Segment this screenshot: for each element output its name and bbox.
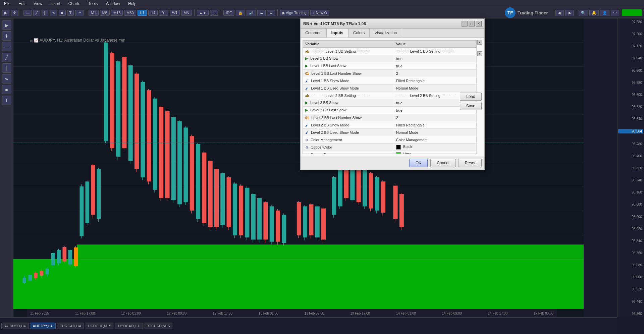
modal-minimize-btn[interactable]: − bbox=[462, 21, 468, 27]
table-row[interactable]: 🖌 Level 2 BB Used Show Mode Normal Mode bbox=[303, 129, 477, 136]
val-cell[interactable]: true bbox=[394, 62, 476, 70]
icon-ab: ab bbox=[305, 50, 309, 53]
var-cell: ▶ Level 2 BB Last Show bbox=[303, 107, 394, 114]
modal-overlay: BB + Void ICT MT5 By TFlab 1.06 − □ ✕ Co… bbox=[0, 0, 644, 334]
icon-paint3: 🖌 bbox=[305, 123, 309, 127]
reset-btn[interactable]: Reset bbox=[459, 159, 482, 167]
icon-paint2: 🖌 bbox=[305, 87, 309, 90]
val-cell[interactable]: Normal Mode bbox=[394, 129, 476, 136]
val-cell: Color Management bbox=[394, 136, 476, 144]
scrollbar-area: ▲ ▼ bbox=[477, 40, 482, 56]
col-value: Value bbox=[394, 41, 476, 48]
var-cell: ab ====== Level 1 BB Setting ====== bbox=[303, 48, 394, 55]
icon-ab2: ab bbox=[305, 94, 309, 98]
var-cell: ⚙ Color Management bbox=[303, 136, 394, 144]
icon-arrow: ▶ bbox=[305, 64, 308, 68]
table-row[interactable]: 01 Level 2 BB Last Number Show 2 bbox=[303, 114, 477, 121]
var-cell: ▶ Level 2 BB Show bbox=[303, 99, 394, 107]
tab-inputs[interactable]: Inputs bbox=[327, 29, 348, 38]
table-row[interactable]: ▶ Level 1 BB Last Show true bbox=[303, 62, 477, 70]
val-cell[interactable]: Black bbox=[394, 144, 476, 151]
icon-paint4: 🖌 bbox=[305, 131, 309, 134]
var-cell: 🖌 Level 2 BB Used Show Mode bbox=[303, 129, 394, 136]
modal-footer: OK Cancel Reset bbox=[301, 156, 484, 170]
icon-arrow: ▶ bbox=[305, 56, 308, 60]
var-cell: 🖌 Level 1 BB Show Mode bbox=[303, 77, 394, 85]
variables-table-wrapper[interactable]: Variable Value ab ====== Level 1 BB Sett… bbox=[303, 40, 477, 154]
val-cell[interactable]: 2 bbox=[394, 114, 476, 121]
ok-btn[interactable]: OK bbox=[409, 159, 428, 167]
modal-tabs: Common Inputs Colors Visualization bbox=[301, 29, 484, 38]
var-cell: 🖌 Level 1 BB Used Show Mode bbox=[303, 85, 394, 92]
modal-header: BB + Void ICT MT5 By TFlab 1.06 − □ ✕ bbox=[301, 19, 484, 29]
val-cell: ====== Level 1 BB Setting ====== bbox=[394, 48, 476, 55]
val-cell[interactable]: Normal Mode bbox=[394, 85, 476, 92]
icon-arrow3: ▶ bbox=[305, 101, 308, 105]
scroll-down-btn[interactable]: ▼ bbox=[477, 51, 482, 56]
icon-01: 01 bbox=[305, 72, 309, 75]
table-row[interactable]: 🖌 Level 1 BB Show Mode Filled Rectangale bbox=[303, 77, 477, 85]
var-cell: ▶ Level 1 BB Last Show bbox=[303, 62, 394, 70]
val-cell[interactable]: Filled Rectangale bbox=[394, 121, 476, 129]
icon-gear: ⚙ bbox=[305, 138, 308, 142]
var-cell: 🖌 Level 2 BB Show Mode bbox=[303, 121, 394, 129]
val-cell[interactable]: Filled Rectangale bbox=[394, 77, 476, 85]
val-cell[interactable]: Lime bbox=[394, 151, 476, 154]
save-btn[interactable]: Save bbox=[460, 102, 482, 110]
icon-gear2: ⚙ bbox=[305, 146, 308, 149]
color-swatch-black[interactable] bbox=[396, 145, 401, 150]
modal-body: Variable Value ab ====== Level 1 BB Sett… bbox=[301, 38, 484, 156]
table-row[interactable]: ab ====== Level 2 BB Setting ====== ====… bbox=[303, 92, 477, 99]
modal-title: BB + Void ICT MT5 By TFlab 1.06 bbox=[303, 21, 366, 26]
table-row[interactable]: ab ====== Level 1 BB Setting ====== ====… bbox=[303, 48, 477, 55]
table-row[interactable]: ⚙ SupportZone Lime bbox=[303, 151, 477, 154]
variables-table: Variable Value ab ====== Level 1 BB Sett… bbox=[303, 40, 477, 154]
modal-dialog: BB + Void ICT MT5 By TFlab 1.06 − □ ✕ Co… bbox=[300, 18, 485, 170]
var-cell: 01 Level 1 BB Last Number Show bbox=[303, 70, 394, 77]
val-cell[interactable]: true bbox=[394, 55, 476, 62]
var-cell: 01 Level 2 BB Last Number Show bbox=[303, 114, 394, 121]
var-cell: ⚙ OppositColor bbox=[303, 144, 394, 151]
cancel-btn[interactable]: Cancel bbox=[430, 159, 455, 167]
table-row[interactable]: ▶ Level 2 BB Last Show true bbox=[303, 107, 477, 114]
val-cell[interactable]: 2 bbox=[394, 70, 476, 77]
table-row[interactable]: 01 Level 1 BB Last Number Show 2 bbox=[303, 70, 477, 77]
var-cell: ▶ Level 1 BB Show bbox=[303, 55, 394, 62]
table-row[interactable]: ⚙ Color Management Color Management bbox=[303, 136, 477, 144]
table-row[interactable]: ⚙ OppositColor Black bbox=[303, 144, 477, 151]
col-variable: Variable bbox=[303, 41, 394, 48]
tab-colors[interactable]: Colors bbox=[348, 29, 370, 38]
var-cell: ab ====== Level 2 BB Setting ====== bbox=[303, 92, 394, 99]
table-row[interactable]: 🖌 Level 1 BB Used Show Mode Normal Mode bbox=[303, 85, 477, 92]
icon-arrow4: ▶ bbox=[305, 108, 308, 112]
tab-visualization[interactable]: Visualization bbox=[370, 29, 402, 38]
icon-012: 01 bbox=[305, 116, 309, 120]
tab-common[interactable]: Common bbox=[301, 29, 327, 38]
load-btn[interactable]: Load bbox=[460, 93, 482, 101]
var-label: ====== Level 1 BB Setting ====== bbox=[312, 49, 370, 53]
load-save-area: Load Save bbox=[460, 93, 482, 110]
table-row[interactable]: ▶ Level 1 BB Show true bbox=[303, 55, 477, 62]
color-swatch-lime[interactable] bbox=[396, 152, 401, 154]
icon-paint: 🖌 bbox=[305, 79, 309, 83]
table-row[interactable]: ▶ Level 2 BB Show true bbox=[303, 99, 477, 107]
icon-gear3: ⚙ bbox=[305, 153, 308, 154]
table-row[interactable]: 🖌 Level 2 BB Show Mode Filled Rectangale bbox=[303, 121, 477, 129]
scroll-up-btn[interactable]: ▲ bbox=[477, 40, 482, 45]
var-cell: ⚙ SupportZone bbox=[303, 151, 394, 154]
modal-maximize-btn[interactable]: □ bbox=[469, 21, 475, 27]
modal-close-btn[interactable]: ✕ bbox=[476, 21, 482, 27]
